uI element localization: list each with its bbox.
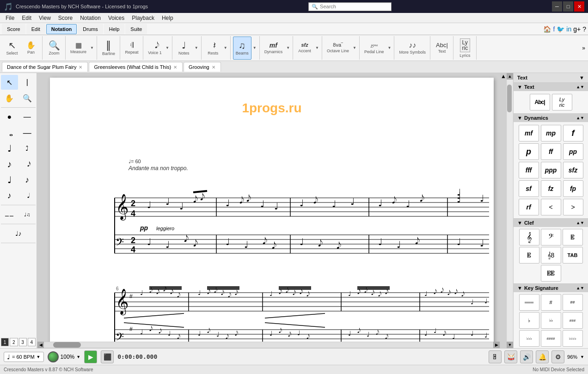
dynamics-dropdown[interactable]: ▼ <box>285 46 291 50</box>
volume-dropdown[interactable]: ▼ <box>76 355 80 359</box>
toolbar-expand[interactable]: » <box>580 36 587 60</box>
dyn-mf[interactable]: mf <box>519 125 539 141</box>
score-area[interactable]: ▲ 1progs.ru Andante ma non troppo. ♩= 60 <box>37 73 513 348</box>
clef-treble[interactable]: 𝄞 <box>519 229 539 245</box>
keysig-section-header[interactable]: ▼ Key Signature ▲▼ <box>514 284 588 292</box>
dash-tool[interactable]: — <box>19 110 36 124</box>
keysig-3f[interactable]: ♭♭♭ <box>519 330 539 347</box>
text-section-header[interactable]: ▼ Text ▲▼ <box>514 83 588 91</box>
note-pair-tool[interactable]: ♩♪ <box>1 226 36 241</box>
close-button[interactable]: ✕ <box>574 1 584 12</box>
notes-dropdown[interactable]: ▼ <box>194 46 199 50</box>
keysig-4f[interactable]: ♭♭♭♭ <box>563 330 583 347</box>
menu-notation[interactable]: Notation <box>76 14 104 22</box>
horizontal-scrollbar[interactable]: ◀ ▶ <box>37 342 500 348</box>
toolbar2-icon-tw[interactable]: 🐦 <box>557 25 564 33</box>
rests-button[interactable]: 𝄽 Rests <box>204 37 222 60</box>
note-grace2-tool[interactable]: 𝅘𝅥 <box>19 188 36 203</box>
measure-button[interactable]: ▦ Measure <box>68 37 89 60</box>
rests-dropdown[interactable]: ▼ <box>223 46 228 50</box>
play-button[interactable]: ▶ <box>84 350 97 363</box>
h-scroll-thumb[interactable] <box>53 342 81 348</box>
line-tool[interactable]: | <box>19 75 36 90</box>
volume-knob[interactable] <box>48 351 59 362</box>
tab-grooving-close[interactable]: ✕ <box>211 65 216 70</box>
keysig-g[interactable]: # <box>541 294 561 311</box>
note-dot-tool[interactable]: ♩ <box>1 172 18 187</box>
metronome-button[interactable]: 🥁 <box>504 350 517 363</box>
beams-button[interactable]: ♫ Beams <box>233 37 251 60</box>
keysig-2s[interactable]: ## <box>563 294 583 311</box>
menu-playback[interactable]: Playback <box>128 14 158 22</box>
note-half-tool[interactable]: — <box>19 125 36 140</box>
clef-treble8va[interactable]: 𝄞8 <box>541 247 561 264</box>
panel-dropdown-arrow[interactable]: ▼ <box>579 75 584 80</box>
voice1-dropdown[interactable]: ▼ <box>165 46 170 50</box>
v-scroll-track[interactable] <box>507 80 513 342</box>
speaker-button[interactable]: 🔊 <box>520 350 533 363</box>
clef-tenor[interactable]: 𝄡 <box>519 247 539 264</box>
measure-dropdown[interactable]: ▼ <box>89 46 95 50</box>
note-eighth-tool[interactable]: ♩̂ <box>19 141 36 156</box>
dyn-sfz[interactable]: sfz <box>563 162 583 178</box>
vertical-scrollbar[interactable]: ▲ ▼ <box>507 73 513 348</box>
score-canvas[interactable]: ▲ 1progs.ru Andante ma non troppo. ♩= 60 <box>37 73 507 348</box>
keysig-c[interactable]: ═══ <box>519 294 539 311</box>
dyn-decresc[interactable]: > <box>563 199 583 215</box>
clef-section-header[interactable]: ▼ Clef ▲▼ <box>514 219 588 227</box>
dyn-pp[interactable]: pp <box>563 143 583 160</box>
menu-voices[interactable]: Voices <box>104 14 128 22</box>
zoom-dropdown[interactable]: ▼ <box>580 355 584 359</box>
accent-button[interactable]: sfz Accent <box>295 37 314 60</box>
menu-view[interactable]: View <box>35 14 55 22</box>
tab-dance-close[interactable]: ✕ <box>78 65 83 70</box>
hand-tool[interactable]: ✋ <box>1 91 18 105</box>
page-num-2[interactable]: 2 <box>10 338 18 346</box>
dynamics-section-arrows[interactable]: ▲▼ <box>576 116 584 120</box>
v-scroll-thumb[interactable] <box>507 85 512 112</box>
page-num-4[interactable]: 4 <box>28 338 36 346</box>
clef-tab[interactable]: TAB <box>563 247 583 264</box>
text-abc-button[interactable]: Abc| <box>530 94 550 110</box>
tab-grooving[interactable]: Grooving ✕ <box>184 62 221 72</box>
dyn-mp[interactable]: mp <box>541 125 561 141</box>
multi-tool-2[interactable]: ♩♫ <box>19 207 36 222</box>
beams-dropdown[interactable]: ▼ <box>252 46 257 50</box>
page-num-3[interactable]: 3 <box>19 338 27 346</box>
window-controls[interactable]: ─ □ ✕ <box>552 1 584 12</box>
search-tool[interactable]: 🔍 <box>19 91 36 105</box>
dyn-fz[interactable]: fz <box>541 180 561 197</box>
h-scroll-track[interactable] <box>44 342 493 348</box>
toolbar2-icon-home[interactable]: 🏠 <box>543 25 551 33</box>
lyrics-button[interactable]: Lyric Lyrics <box>456 37 474 60</box>
tab-greensleeves-close[interactable]: ✕ <box>173 65 178 70</box>
pedal-button[interactable]: 𝄸 Pedal Line <box>362 37 386 60</box>
text-section-arrows[interactable]: ▲▼ <box>576 85 584 89</box>
circle-tool[interactable]: ● <box>1 110 18 124</box>
note-whole-tool[interactable]: 𝅝 <box>1 125 18 140</box>
menu-score[interactable]: Score <box>55 14 76 22</box>
dyn-ff[interactable]: ff <box>541 143 561 160</box>
toolbar2-icon-help[interactable]: ? <box>582 25 586 33</box>
repeat-button[interactable]: 𝄇 Repeat <box>122 37 141 60</box>
clef-bass[interactable]: 𝄢 <box>541 229 561 245</box>
toolbar2-drums[interactable]: Drums <box>78 24 103 34</box>
menu-file[interactable]: File <box>2 14 18 22</box>
keysig-arrows[interactable]: ▲▼ <box>576 286 584 290</box>
barline-button[interactable]: ‖ Barline <box>99 37 118 60</box>
note-dotdot-tool[interactable]: ♪ <box>19 172 36 187</box>
toolbar2-icon-fb[interactable]: f <box>553 25 555 33</box>
menu-edit[interactable]: Edit <box>18 14 35 22</box>
tempo-dropdown[interactable]: ▼ <box>37 355 41 359</box>
scroll-up-btn[interactable]: ▲ <box>507 73 513 80</box>
dyn-cresc[interactable]: < <box>541 199 561 215</box>
arrow-select-tool[interactable]: ↖ <box>1 75 18 90</box>
dyn-sf[interactable]: sf <box>519 180 539 197</box>
scroll-left-button[interactable]: ◀ <box>37 342 44 348</box>
bell-button[interactable]: 🔔 <box>536 350 549 363</box>
note-32nd-tool[interactable]: 𝅘𝅥𝅯 <box>19 157 36 172</box>
pan-button[interactable]: ✋ Pan <box>22 37 40 60</box>
multi-tool-1[interactable]: ⚊⚊ <box>1 207 18 222</box>
dynamics-button[interactable]: mf Dynamics <box>262 37 285 60</box>
note-grace-tool[interactable]: ♪ <box>1 188 18 203</box>
